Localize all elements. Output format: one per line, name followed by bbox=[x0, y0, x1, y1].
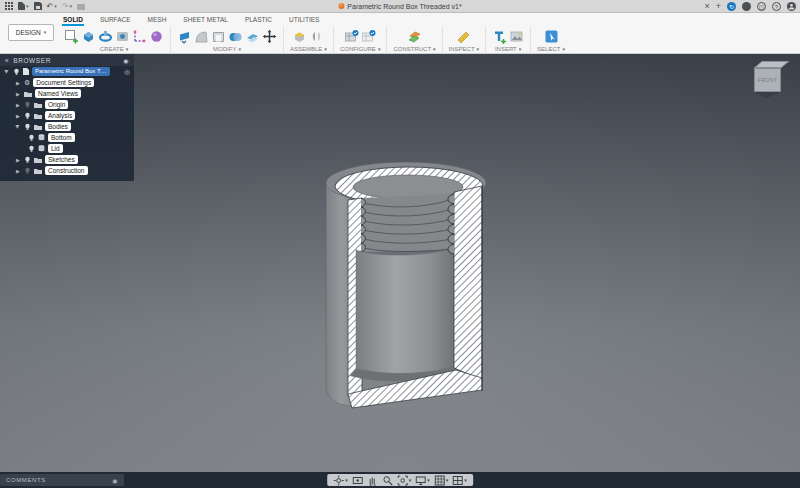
app-grid-icon[interactable] bbox=[5, 2, 13, 10]
revolve-icon[interactable] bbox=[98, 29, 113, 44]
viewcube[interactable]: FRONT bbox=[746, 60, 790, 100]
expand-arrow-icon[interactable]: ▶ bbox=[15, 168, 21, 174]
expand-arrow-icon[interactable]: ▶ bbox=[15, 124, 21, 130]
model-canvas[interactable] bbox=[320, 154, 490, 419]
viewcube-front-face[interactable]: FRONT bbox=[754, 68, 781, 92]
fillet-icon[interactable] bbox=[194, 29, 209, 44]
press-pull-icon[interactable] bbox=[177, 29, 192, 44]
redo-icon[interactable]: ↷▾ bbox=[62, 2, 72, 11]
group-label-insert[interactable]: INSERT▾ bbox=[495, 46, 521, 52]
expand-arrow-icon[interactable]: ▶ bbox=[15, 80, 21, 86]
close-tab-button[interactable]: × bbox=[704, 2, 709, 11]
new-component-icon[interactable] bbox=[292, 29, 307, 44]
offset-face-icon[interactable] bbox=[245, 29, 260, 44]
group-label-inspect[interactable]: INSPECT▾ bbox=[449, 46, 480, 52]
browser-collapse-icon[interactable]: « bbox=[5, 57, 9, 64]
extrude-icon[interactable] bbox=[81, 29, 96, 44]
sweep-icon[interactable] bbox=[115, 29, 130, 44]
browser-item-sketches[interactable]: ▶ Sketches bbox=[0, 154, 134, 165]
group-label-select[interactable]: SELECT▾ bbox=[537, 46, 565, 52]
group-label-create[interactable]: CREATE▾ bbox=[100, 46, 128, 52]
fit-icon[interactable]: ▾ bbox=[397, 475, 412, 486]
visibility-icon[interactable] bbox=[24, 123, 31, 130]
group-assemble: ASSEMBLE▾ bbox=[283, 26, 333, 54]
comments-panel[interactable]: COMMENTS ◉ bbox=[0, 474, 124, 486]
visibility-off-icon[interactable] bbox=[24, 167, 31, 174]
viewports-icon[interactable]: ▾ bbox=[452, 475, 467, 486]
viewport-canvas[interactable]: « BROWSER ◉ ▶ Parametric Round Box Threa… bbox=[0, 54, 800, 472]
visibility-icon[interactable] bbox=[24, 112, 31, 119]
selection-set-icon[interactable]: ◎ bbox=[124, 68, 130, 76]
expand-arrow-icon[interactable]: ▶ bbox=[15, 102, 21, 108]
visibility-icon[interactable] bbox=[24, 156, 31, 163]
configuration-icon[interactable] bbox=[344, 29, 359, 44]
extensions-icon[interactable] bbox=[77, 3, 85, 10]
create-form-icon[interactable] bbox=[149, 29, 164, 44]
create-sketch-icon[interactable] bbox=[64, 29, 79, 44]
orbit-icon[interactable]: ▾ bbox=[333, 475, 348, 486]
combine-icon[interactable] bbox=[228, 29, 243, 44]
browser-item-document-settings[interactable]: ▶ ⚙ Document Settings bbox=[0, 77, 134, 88]
save-icon[interactable] bbox=[34, 2, 42, 10]
pin-icon[interactable]: ◉ bbox=[112, 477, 118, 484]
expand-arrow-icon[interactable]: ▶ bbox=[15, 113, 21, 119]
undo-icon[interactable]: ↶▾ bbox=[47, 2, 57, 11]
group-label-construct[interactable]: CONSTRUCT▾ bbox=[393, 46, 435, 52]
configuration-table-icon[interactable] bbox=[361, 29, 376, 44]
tab-mesh[interactable]: MESH bbox=[147, 13, 168, 26]
ribbon-groups: CREATE▾ MODIFY▾ ASSEMBLE▾ bbox=[58, 26, 571, 54]
visibility-icon[interactable] bbox=[13, 68, 20, 75]
expand-arrow-icon[interactable]: ▶ bbox=[15, 91, 21, 97]
help-icon[interactable]: ? bbox=[772, 2, 781, 11]
viewcube-top-face[interactable] bbox=[754, 61, 789, 68]
browser-item-bottom-body[interactable]: Bottom bbox=[0, 132, 134, 143]
insert-derive-icon[interactable] bbox=[492, 29, 507, 44]
profile-avatar[interactable] bbox=[787, 2, 796, 11]
select-icon[interactable] bbox=[544, 29, 559, 44]
group-label-assemble[interactable]: ASSEMBLE▾ bbox=[290, 46, 327, 52]
pan-icon[interactable] bbox=[367, 475, 378, 486]
shell-icon[interactable] bbox=[211, 29, 226, 44]
browser-root-item[interactable]: ▶ Parametric Round Box Threa... ◎ bbox=[0, 66, 134, 77]
visibility-icon[interactable] bbox=[28, 145, 35, 152]
pin-icon[interactable]: ◉ bbox=[123, 57, 129, 64]
move-copy-icon[interactable] bbox=[262, 29, 277, 44]
grid-snaps-icon[interactable]: ▾ bbox=[434, 475, 449, 486]
file-menu-icon[interactable]: ▾ bbox=[18, 2, 29, 10]
group-label-modify[interactable]: MODIFY▾ bbox=[213, 46, 241, 52]
browser-item-analysis[interactable]: ▶ Analysis bbox=[0, 110, 134, 121]
browser-item-construction[interactable]: ▶ Construction bbox=[0, 165, 134, 176]
notifications-icon[interactable] bbox=[742, 2, 751, 11]
fusion360-window: ▾ ↶▾ ↷▾ Parametric Round Box Threaded v1… bbox=[0, 0, 800, 488]
design-workspace-menu[interactable]: DESIGN ▾ bbox=[8, 24, 54, 41]
viewcube-shadow bbox=[754, 92, 781, 98]
visibility-icon[interactable] bbox=[28, 134, 35, 141]
tab-utilities[interactable]: UTILITIES bbox=[288, 13, 320, 26]
document-tab[interactable]: Parametric Round Box Threaded v1* bbox=[338, 3, 461, 10]
browser-item-named-views[interactable]: ▶ Named Views bbox=[0, 88, 134, 99]
browser-item-bodies[interactable]: ▶ Bodies bbox=[0, 121, 134, 132]
expand-arrow-icon[interactable]: ▶ bbox=[4, 69, 10, 75]
measure-icon[interactable] bbox=[456, 29, 471, 44]
display-settings-icon[interactable]: ▾ bbox=[415, 475, 430, 486]
offset-plane-icon[interactable] bbox=[407, 29, 422, 44]
tab-sheet-metal[interactable]: SHEET METAL bbox=[182, 13, 229, 26]
tab-surface[interactable]: SURFACE bbox=[99, 13, 132, 26]
tab-solid[interactable]: SOLID bbox=[62, 13, 84, 26]
visibility-off-icon[interactable] bbox=[24, 101, 31, 108]
new-tab-button[interactable]: + bbox=[716, 2, 721, 11]
job-status-icon[interactable]: ↻ bbox=[727, 2, 736, 11]
canvas-icon[interactable] bbox=[509, 29, 524, 44]
comments-label: COMMENTS bbox=[6, 477, 46, 483]
group-label-configure[interactable]: CONFIGURE▾ bbox=[340, 46, 381, 52]
joint-icon[interactable] bbox=[309, 29, 324, 44]
expand-arrow-icon[interactable]: ▶ bbox=[15, 157, 21, 163]
browser-item-origin[interactable]: ▶ Origin bbox=[0, 99, 134, 110]
extensions-manager-icon[interactable]: ◫ bbox=[757, 2, 766, 11]
zoom-icon[interactable] bbox=[382, 475, 393, 486]
look-at-icon[interactable] bbox=[352, 475, 363, 486]
pattern-icon[interactable] bbox=[132, 29, 147, 44]
browser-header[interactable]: « BROWSER ◉ bbox=[0, 54, 134, 66]
tab-plastic[interactable]: PLASTIC bbox=[244, 13, 273, 26]
browser-item-lid-body[interactable]: Lid bbox=[0, 143, 134, 154]
